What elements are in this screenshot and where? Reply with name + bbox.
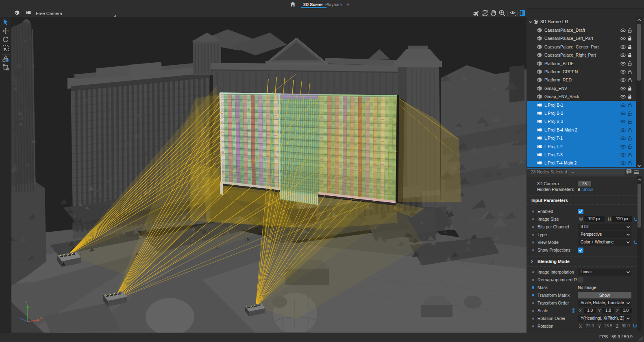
- svg-text:Z: Z: [15, 316, 18, 320]
- svg-text:?: ?: [628, 169, 630, 173]
- svg-text:Y: Y: [25, 300, 28, 304]
- svg-text:X: X: [40, 316, 42, 320]
